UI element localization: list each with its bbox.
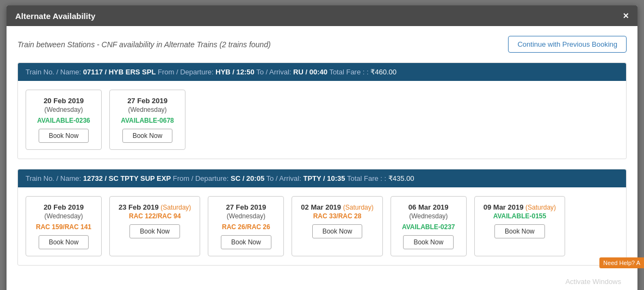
availability-status: RAC 26/RAC 26	[217, 223, 275, 231]
day-text: (Wednesday)	[119, 106, 176, 114]
date-card-t1-1: 27 Feb 2019 (Wednesday) AVAILABLE-0678 B…	[109, 90, 185, 150]
train-1-header: Train No. / Name: 07117 / HYB ERS SPL Fr…	[18, 63, 626, 81]
date-text: 09 Mar 2019 (Saturday)	[484, 203, 556, 211]
modal-title: Alternate Availability	[15, 11, 95, 21]
availability-status: RAC 159/RAC 141	[35, 223, 92, 231]
book-now-button-t1-0[interactable]: Book Now	[39, 129, 89, 143]
date-card-t1-0: 20 Feb 2019 (Wednesday) AVAILABLE-0236 B…	[26, 90, 102, 150]
day-text: (Wednesday)	[400, 212, 457, 220]
train-section-1: Train No. / Name: 07117 / HYB ERS SPL Fr…	[17, 62, 627, 159]
subtitle: Train between Stations - CNF availabilit…	[17, 40, 271, 49]
availability-status: RAC 122/RAC 94	[119, 212, 191, 220]
top-bar: Train between Stations - CNF availabilit…	[17, 36, 627, 53]
train-1-dates-row: 20 Feb 2019 (Wednesday) AVAILABLE-0236 B…	[18, 81, 626, 159]
book-now-button-t2-2[interactable]: Book Now	[221, 235, 271, 249]
train-section-2: Train No. / Name: 12732 / SC TPTY SUP EX…	[17, 169, 627, 266]
day-text: (Wednesday)	[35, 212, 92, 220]
train-2-header: Train No. / Name: 12732 / SC TPTY SUP EX…	[18, 169, 626, 187]
date-text: 20 Feb 2019	[35, 203, 92, 211]
train-2-dates-row: 20 Feb 2019 (Wednesday) RAC 159/RAC 141 …	[18, 187, 626, 265]
modal-header: Alternate Availability ×	[7, 5, 637, 26]
book-now-button-t2-0[interactable]: Book Now	[39, 235, 89, 249]
availability-status: AVAILABLE-0237	[400, 223, 457, 231]
day-text: (Wednesday)	[217, 212, 275, 220]
date-card-t2-1: 23 Feb 2019 (Saturday) RAC 122/RAC 94 Bo…	[109, 196, 200, 256]
watermark-text: Activate Windows	[17, 275, 627, 289]
book-now-button-t2-3[interactable]: Book Now	[312, 224, 363, 238]
alternate-availability-modal: Alternate Availability × Train between S…	[7, 5, 637, 290]
availability-status: AVAILABLE-0236	[35, 117, 92, 124]
availability-status: AVAILABLE-0678	[119, 117, 176, 124]
availability-status: AVAILABLE-0155	[484, 212, 556, 220]
date-text: 23 Feb 2019 (Saturday)	[119, 203, 191, 211]
continue-with-previous-booking-button[interactable]: Continue with Previous Booking	[508, 36, 627, 53]
date-card-t2-0: 20 Feb 2019 (Wednesday) RAC 159/RAC 141 …	[26, 196, 102, 256]
date-card-t2-4: 06 Mar 2019 (Wednesday) AVAILABLE-0237 B…	[391, 196, 467, 256]
book-now-button-t2-1[interactable]: Book Now	[129, 224, 180, 238]
date-text: 27 Feb 2019	[217, 203, 275, 211]
modal-body: Train between Stations - CNF availabilit…	[7, 26, 637, 290]
close-icon[interactable]: ×	[623, 11, 629, 21]
availability-status: RAC 33/RAC 28	[301, 212, 373, 220]
date-card-t2-5: 09 Mar 2019 (Saturday) AVAILABLE-0155 Bo…	[474, 196, 565, 256]
book-now-button-t1-1[interactable]: Book Now	[122, 129, 173, 143]
book-now-button-t2-5[interactable]: Book Now	[494, 224, 545, 238]
date-card-t2-2: 27 Feb 2019 (Wednesday) RAC 26/RAC 26 Bo…	[208, 196, 284, 256]
day-text: (Wednesday)	[35, 106, 92, 114]
date-text: 20 Feb 2019	[35, 97, 92, 105]
need-help-badge[interactable]: Need Help? A	[599, 257, 644, 268]
date-text: 06 Mar 2019	[400, 203, 457, 211]
date-card-t2-3: 02 Mar 2019 (Saturday) RAC 33/RAC 28 Boo…	[292, 196, 382, 256]
date-text: 27 Feb 2019	[119, 97, 176, 105]
date-text: 02 Mar 2019 (Saturday)	[301, 203, 373, 211]
book-now-button-t2-4[interactable]: Book Now	[403, 235, 454, 249]
